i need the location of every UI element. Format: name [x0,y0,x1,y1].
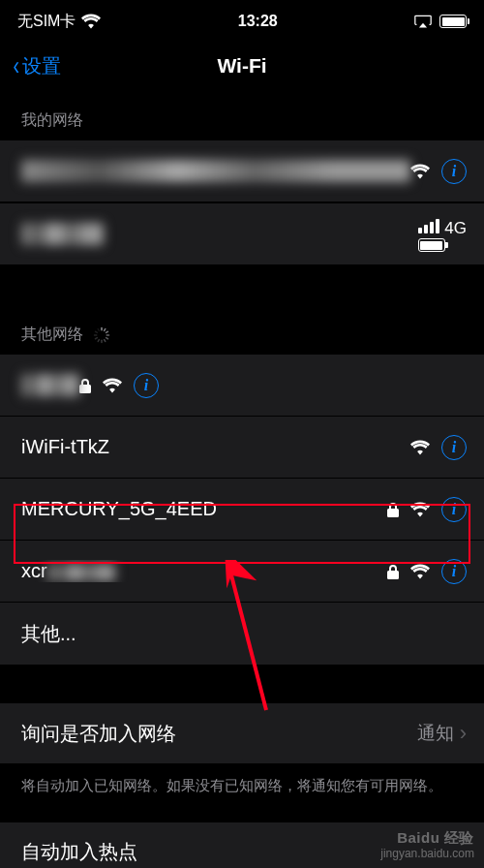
wifi-icon [410,502,430,517]
wifi-icon [410,564,430,579]
svg-rect-7 [97,338,100,342]
network-row[interactable]: MERCURY_5G_4EED i [0,479,484,541]
other-network-button[interactable]: 其他... [0,603,484,665]
svg-rect-11 [97,327,100,331]
carrier-text: 无SIM卡 [17,12,76,32]
svg-rect-8 [94,336,98,339]
network-name: 其他... [21,621,467,647]
cellular-row[interactable]: ██████ 4G [0,202,484,264]
network-name: xcr███ [21,560,387,582]
svg-rect-3 [106,334,110,336]
setting-label: 自动加入热点 [21,839,137,865]
svg-rect-6 [101,339,103,343]
lock-icon [387,564,399,579]
cellular-label: 4G [444,219,467,237]
battery-icon [439,15,467,28]
spinner-icon [93,326,110,344]
airplay-icon [414,15,432,28]
svg-rect-0 [101,326,103,330]
info-button[interactable]: i [134,373,159,398]
ask-to-join-row[interactable]: 询问是否加入网络 通知 › [0,703,484,763]
setting-value: 通知 [417,721,454,746]
network-name: ████████████████ [21,160,410,182]
wifi-icon [410,164,430,179]
svg-rect-4 [106,336,109,339]
network-name: iWiFi-tTkZ [21,436,410,458]
chevron-right-icon: › [460,721,467,746]
lock-icon [387,502,399,517]
setting-label: 询问是否加入网络 [21,721,176,747]
lock-icon [79,378,91,393]
svg-rect-5 [104,338,106,342]
network-name: ██ [21,374,79,396]
network-row[interactable]: ██ i [0,355,484,417]
back-label: 设置 [22,53,61,79]
wifi-icon [103,378,122,393]
ask-to-join-note: 将自动加入已知网络。如果没有已知网络，将通知您有可用网络。 [0,763,484,822]
network-row[interactable]: iWiFi-tTkZ i [0,417,484,479]
svg-rect-9 [94,334,98,336]
wifi-icon [410,440,430,455]
wifi-icon [81,14,101,29]
section-my-networks: 我的网络 [0,89,484,140]
watermark: Baidu 经验 jingyan.baidu.com [380,829,474,860]
signal-icon [418,219,439,233]
network-name: ██████ [21,223,104,245]
clock: 13:28 [238,13,278,30]
network-name: MERCURY_5G_4EED [21,498,387,520]
svg-rect-1 [104,327,106,331]
battery-icon [418,238,445,252]
info-button[interactable]: i [441,159,467,184]
info-button[interactable]: i [441,497,467,522]
info-button[interactable]: i [441,435,467,460]
chevron-left-icon: ‹ [13,52,19,79]
svg-rect-10 [94,330,98,333]
page-title: Wi-Fi [0,54,484,78]
status-bar: 无SIM卡 13:28 [0,0,484,43]
my-network-row[interactable]: ████████████████ i [0,140,484,202]
section-other-networks: 其他网络 [0,303,484,355]
network-row-highlighted[interactable]: xcr███ i [0,541,484,603]
svg-rect-2 [106,330,109,333]
nav-bar: ‹ 设置 Wi-Fi [0,43,484,89]
info-button[interactable]: i [441,559,467,584]
back-button[interactable]: ‹ 设置 [12,52,61,79]
